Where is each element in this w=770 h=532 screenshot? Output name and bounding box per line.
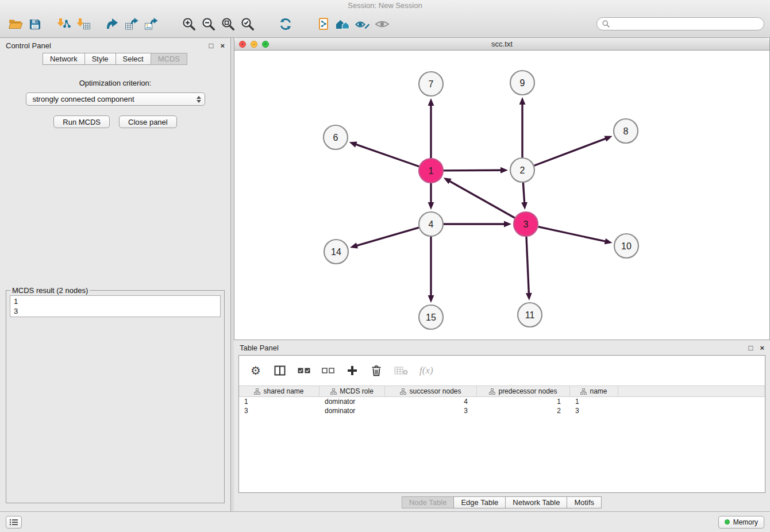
ui-options-button[interactable]: [6, 516, 22, 529]
graph-node-label: 10: [621, 241, 632, 251]
import-table-button[interactable]: [74, 14, 93, 34]
table-cell[interactable]: 2: [477, 406, 570, 415]
table-cell[interactable]: 3: [570, 406, 618, 415]
delete-column-button[interactable]: [370, 364, 383, 377]
unselect-all-button[interactable]: [322, 364, 334, 377]
graph-node-1[interactable]: 1: [419, 159, 443, 183]
table-cell[interactable]: 1: [477, 397, 570, 406]
graph-edge-3-10[interactable]: [538, 227, 612, 245]
graph-edge-1-2[interactable]: [444, 167, 508, 174]
open-file-button[interactable]: [6, 14, 25, 34]
mcds-result-list[interactable]: 13: [10, 295, 221, 317]
graph-edge-4-15[interactable]: [428, 237, 434, 303]
control-tab-mcds[interactable]: MCDS: [151, 53, 187, 65]
graph-edge-1-4[interactable]: [428, 183, 434, 210]
graph-node-3[interactable]: 3: [514, 212, 538, 236]
control-tab-select[interactable]: Select: [116, 53, 151, 65]
select-all-button[interactable]: [298, 364, 310, 377]
application-window: Session: New Session: [0, 0, 770, 532]
create-column-button[interactable]: [346, 364, 359, 377]
graph-node-14[interactable]: 14: [324, 240, 348, 264]
table-cell[interactable]: 3: [239, 406, 319, 415]
graph-node-9[interactable]: 9: [510, 71, 534, 95]
table-tab-motifs[interactable]: Motifs: [567, 496, 602, 508]
column-header-mcds-role[interactable]: MCDS role: [319, 386, 385, 396]
graph-node-15[interactable]: 15: [419, 305, 443, 329]
table-tab-node-table[interactable]: Node Table: [402, 496, 455, 508]
zoom-selected-button[interactable]: [238, 14, 257, 34]
graph-edge-3-11[interactable]: [526, 237, 532, 300]
run-mcds-button[interactable]: Run MCDS: [53, 115, 110, 128]
table-cell[interactable]: 4: [385, 397, 477, 406]
graph-node-10[interactable]: 10: [614, 234, 638, 258]
main-toolbar: [0, 10, 770, 37]
graph-edge-2-9[interactable]: [519, 97, 526, 157]
duplicate-network-button[interactable]: [314, 14, 333, 34]
table-row[interactable]: 1dominator411: [239, 397, 765, 406]
window-close-button[interactable]: ×: [239, 41, 246, 48]
export-image-button[interactable]: [141, 14, 161, 34]
refresh-view-button[interactable]: [276, 14, 295, 34]
graph-node-label: 3: [523, 219, 529, 229]
criterion-dropdown-value: strongly connected component: [33, 95, 197, 103]
control-panel-close-button[interactable]: ×: [220, 42, 225, 49]
table-tab-edge-table[interactable]: Edge Table: [453, 496, 506, 508]
column-header-predecessor-nodes[interactable]: predecessor nodes: [477, 386, 570, 396]
window-minimize-button[interactable]: −: [251, 41, 257, 48]
table-row[interactable]: 3dominator323: [239, 406, 765, 415]
column-header-label: MCDS role: [340, 387, 374, 395]
control-tab-style[interactable]: Style: [84, 53, 116, 65]
export-table-button[interactable]: [122, 14, 141, 34]
graph-edge-3-1[interactable]: [444, 178, 515, 218]
table-settings-button[interactable]: ⚙: [249, 364, 262, 377]
table-panel-float-button[interactable]: □: [749, 344, 753, 352]
table-cell[interactable]: dominator: [319, 397, 385, 406]
graph-node-8[interactable]: 8: [614, 119, 638, 143]
save-session-button[interactable]: [25, 14, 45, 34]
graph-edge-1-7[interactable]: [428, 98, 434, 158]
zoom-out-button[interactable]: [199, 14, 218, 34]
show-columns-button[interactable]: [274, 364, 286, 377]
graph-node-4[interactable]: 4: [419, 212, 443, 236]
memory-button[interactable]: Memory: [718, 516, 764, 529]
search-input[interactable]: [613, 20, 759, 28]
graph-edge-4-3[interactable]: [444, 221, 511, 228]
show-graphics-details-button[interactable]: [372, 14, 392, 34]
delete-table-button[interactable]: [394, 364, 408, 377]
table-cell[interactable]: dominator: [319, 406, 385, 415]
visual-properties-button[interactable]: [353, 14, 372, 34]
column-header-name[interactable]: name: [570, 386, 618, 396]
graph-node-7[interactable]: 7: [419, 72, 443, 96]
column-type-icon: [254, 388, 260, 395]
control-tab-network[interactable]: Network: [43, 53, 85, 65]
mcds-result-line: 1: [14, 296, 217, 306]
zoom-fit-button[interactable]: [218, 14, 238, 34]
table-cell[interactable]: 3: [385, 406, 477, 415]
search-box[interactable]: [596, 17, 764, 30]
export-network-button[interactable]: [102, 14, 122, 34]
column-header-successor-nodes[interactable]: successor nodes: [385, 386, 477, 396]
table-cell[interactable]: 1: [239, 397, 319, 406]
graph-edge-2-3[interactable]: [521, 183, 528, 210]
graph-edge-1-6[interactable]: [349, 141, 419, 166]
search-icon: [602, 20, 610, 28]
network-canvas[interactable]: 7968124314101511: [234, 51, 769, 340]
column-header-shared-name[interactable]: shared name: [239, 386, 319, 396]
graph-node-2[interactable]: 2: [510, 158, 534, 182]
table-tab-network-table[interactable]: Network Table: [505, 496, 567, 508]
function-builder-button[interactable]: f(x): [419, 364, 433, 377]
import-network-button[interactable]: [54, 14, 74, 34]
graph-node-label: 1: [429, 166, 434, 176]
graph-edge-4-14[interactable]: [350, 228, 419, 248]
criterion-dropdown[interactable]: strongly connected component: [26, 92, 205, 106]
graph-node-6[interactable]: 6: [324, 125, 348, 149]
table-panel-close-button[interactable]: ×: [760, 344, 764, 352]
close-mcds-panel-button[interactable]: Close panel: [119, 115, 177, 128]
window-zoom-button[interactable]: +: [262, 41, 269, 48]
graph-edge-2-8[interactable]: [534, 136, 613, 165]
home-button[interactable]: [333, 14, 353, 34]
graph-node-11[interactable]: 11: [518, 303, 542, 327]
control-panel-float-button[interactable]: □: [209, 42, 214, 49]
table-cell[interactable]: 1: [570, 397, 618, 406]
zoom-in-button[interactable]: [179, 14, 199, 34]
